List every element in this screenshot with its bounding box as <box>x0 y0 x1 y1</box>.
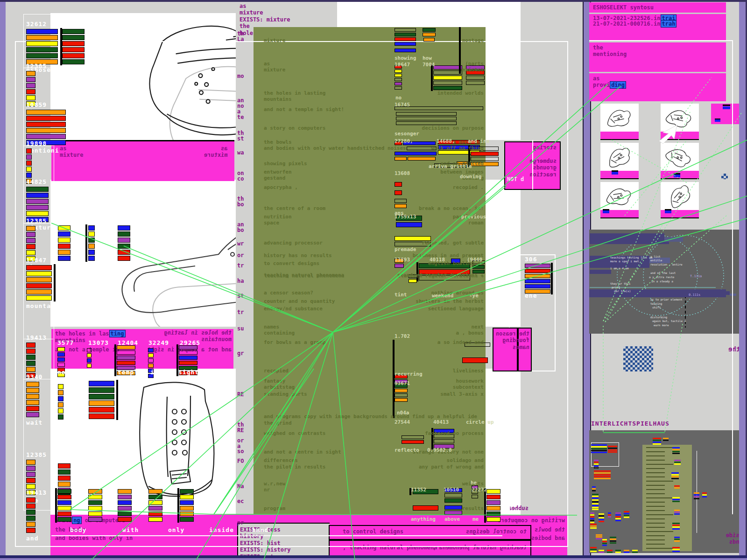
clipped-word: st <box>237 293 253 299</box>
thumbnail-card[interactable] <box>600 143 639 179</box>
olive-number: 40118 <box>430 257 445 263</box>
olive-number: 14688, <box>437 138 455 144</box>
bar-segment <box>57 357 65 362</box>
bar-segment <box>148 511 162 516</box>
olive-text-left: w.r,new nr <box>264 481 285 493</box>
bar-segment <box>180 506 194 511</box>
bar-segment <box>591 448 607 449</box>
bar-segment <box>591 444 607 446</box>
bar-segment <box>88 238 95 243</box>
graph-label: nor tre(s) <box>614 289 631 293</box>
bar-segment <box>26 382 39 387</box>
bar-segment <box>118 250 130 255</box>
graph-label: earn more <box>654 323 669 327</box>
olive-number: no <box>395 95 402 101</box>
bar-segment <box>671 476 679 477</box>
olive-text-left: weighed on contrasts <box>264 430 325 436</box>
bar-segment <box>26 193 49 198</box>
pattern-swatch-small[interactable] <box>721 174 728 179</box>
olive-number: 11352 <box>411 487 426 493</box>
olive-text-left: and not a temple in sight! <box>264 106 344 112</box>
stat-number: 12385 <box>26 217 47 225</box>
bar-segment <box>674 539 680 540</box>
bar-segment <box>624 511 629 512</box>
bar-segment <box>525 279 550 283</box>
bar-segment <box>58 414 63 420</box>
bar-segment <box>89 394 114 399</box>
olive-text-right: recopied . <box>453 184 484 190</box>
bar-segment <box>610 537 616 538</box>
clipped-word: te <box>237 114 253 120</box>
writing-label: with <box>122 526 139 534</box>
olive-number: and ina <box>468 138 489 144</box>
olive-text-left: energy/nd substance <box>264 306 323 312</box>
bar-segment <box>608 448 617 449</box>
bar-segment <box>148 358 154 363</box>
bar-segment <box>26 367 35 372</box>
bar-segment <box>433 81 462 85</box>
bar-segment <box>62 59 85 64</box>
bar-segment <box>672 528 680 530</box>
olive-number: tint <box>395 292 407 298</box>
date-entry-2[interactable]: 21-07-2021-000716.intrah <box>593 21 677 27</box>
holes-number: 13073 <box>88 339 109 347</box>
bar-segment <box>596 534 602 536</box>
bar-segment <box>702 496 707 497</box>
bar-segment <box>148 500 162 505</box>
olive-text-right: a so indeed and <box>437 339 484 345</box>
bar-segment <box>672 526 680 528</box>
clipped-word: gr <box>237 350 253 357</box>
axis-bar <box>177 488 179 523</box>
selection-ding[interactable]: ding <box>610 81 626 89</box>
bar-segment <box>607 550 613 551</box>
bar-segment <box>433 70 462 75</box>
graph-label: shift <box>652 306 661 309</box>
bar-segment <box>591 446 607 448</box>
bar-segment <box>58 408 63 413</box>
bar-segment <box>87 364 92 368</box>
bar-segment <box>26 238 35 243</box>
bar-segment <box>26 173 32 178</box>
bar-segment <box>525 274 550 278</box>
bar-segment <box>702 492 707 494</box>
selection-trah[interactable]: trah <box>661 20 677 28</box>
bar-segment <box>672 451 680 452</box>
bar-segment <box>395 78 402 81</box>
bar-segment <box>395 199 407 203</box>
olive-number: 27280, <box>395 138 413 144</box>
minimap-textline <box>646 523 665 524</box>
olive-number: he <box>471 480 477 486</box>
axis-bar <box>85 224 87 262</box>
bar-segment <box>672 453 680 454</box>
bar-segment <box>395 264 404 268</box>
bar-segment <box>466 76 485 80</box>
clipped-word: bo <box>237 201 253 208</box>
graph-panel: teachings testing list ammore a spaz i m… <box>589 230 746 334</box>
bar-segment <box>26 205 49 210</box>
bar-segment <box>672 547 680 548</box>
olive-number: -ye <box>469 293 479 299</box>
bar-segment <box>58 482 70 487</box>
bar-segment <box>118 244 130 249</box>
thumbnail-card[interactable] <box>600 104 639 140</box>
bar-segment <box>396 222 422 227</box>
bar-segment <box>466 81 485 85</box>
bar-segment <box>672 449 680 450</box>
bar-segment <box>674 487 680 489</box>
bar-segment <box>592 503 599 504</box>
pattern-swatch-large[interactable] <box>623 346 653 371</box>
bar-segment <box>58 469 70 475</box>
bar-segment <box>591 450 607 451</box>
stat-number: 9340 <box>26 373 42 381</box>
olive-number: 18647 <box>395 62 410 68</box>
bar-segment <box>89 407 114 413</box>
mirrored-the: the <box>728 345 740 353</box>
bar-segment <box>594 460 599 461</box>
bar-segment <box>608 451 617 453</box>
bar-segment <box>180 500 194 505</box>
bar-segment <box>433 65 462 70</box>
bar-segment <box>413 505 438 511</box>
exists-mixture-block: as mixture EXISTS: mixture the holes <box>236 0 337 27</box>
holes-label: sight <box>178 369 199 376</box>
bar-segment <box>118 517 132 522</box>
